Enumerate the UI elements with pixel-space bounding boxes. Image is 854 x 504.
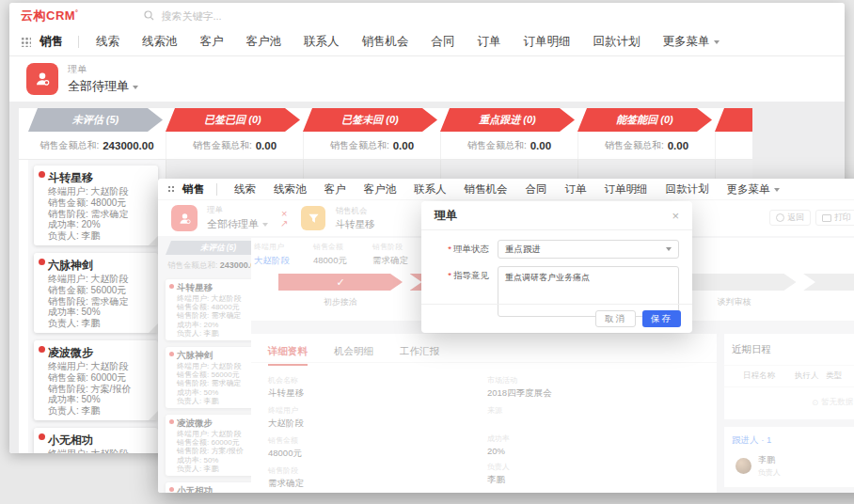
card-field: 成功率: 50%	[48, 307, 152, 318]
amount-label: 销售金额总和:	[605, 139, 664, 152]
nav-item[interactable]: 合同	[526, 182, 547, 197]
nav-item[interactable]: 订单明细	[605, 182, 648, 197]
nav-item[interactable]: 线索	[96, 34, 119, 50]
card-field: 负责人: 李鹏	[48, 230, 152, 242]
card-field: 成功率: 50%	[48, 394, 152, 405]
chevron-down-icon	[774, 188, 780, 192]
opportunity-card[interactable]: 小无相功终端用户: 大赵阶段销售金额: 48000元	[34, 428, 158, 453]
amount-value: 0.00	[256, 140, 277, 151]
chevron-down-icon	[714, 40, 720, 44]
app-header: 云构CRM°	[9, 3, 845, 28]
kanban-tab[interactable]: 重点跟进 (0)	[440, 108, 575, 132]
kanban-tab[interactable]: 已签未回 (0)	[303, 108, 437, 132]
opportunity-card[interactable]: 六脉神剑终端用户: 大赵阶段销售金额: 56000元销售阶段: 需求确定成功率:…	[34, 253, 158, 333]
nav-item[interactable]: 线索	[234, 182, 256, 197]
kanban-amounts: 销售金额总和:243000.00销售金额总和:0.00销售金额总和:0.00销售…	[19, 132, 752, 160]
amount-cell: 销售金额总和:0.00	[577, 132, 715, 159]
opportunity-card[interactable]: 凌波微步终端用户: 大赵阶段销售金额: 60000元销售阶段: 方案/报价成功率…	[34, 340, 158, 420]
card-field: 负责人: 李鹏	[48, 318, 152, 329]
kanban-tab[interactable]	[715, 108, 752, 132]
status-field-row: 理单状态 重点跟进	[421, 240, 679, 259]
status-control: 重点跟进	[498, 240, 679, 259]
amount-label: 销售金额总和:	[40, 139, 99, 152]
lidan-modal: 理单 × 理单状态 重点跟进 指导意见 重点调研客户业务痛点 取消 保存	[421, 201, 692, 333]
amount-value: 0.00	[393, 140, 414, 151]
nav-item-more[interactable]: 更多菜单	[663, 34, 720, 50]
nav-item[interactable]: 联系人	[304, 34, 340, 50]
card-field: 销售阶段: 需求确定	[48, 209, 152, 220]
nav-item[interactable]: 销售机会	[362, 34, 409, 50]
cancel-button[interactable]: 取消	[595, 310, 636, 327]
nav-item[interactable]: 订单	[565, 182, 587, 197]
amount-label: 销售金额总和:	[330, 139, 389, 152]
search-icon	[144, 10, 154, 21]
status-dot-icon	[39, 171, 45, 178]
amount-value: 0.00	[530, 140, 551, 151]
nav-item[interactable]: 联系人	[414, 182, 447, 197]
kanban-tab[interactable]: 能签能回 (0)	[577, 108, 712, 132]
status-value: 重点跟进	[505, 244, 541, 256]
global-search	[144, 9, 285, 23]
card-field: 终端用户: 大赵阶段	[48, 361, 152, 372]
modal-title: 理单	[435, 208, 457, 224]
chevron-down-icon	[666, 247, 672, 251]
modal-footer: 取消 保存	[421, 304, 692, 333]
amount-value: 243000.00	[103, 140, 153, 151]
nav-items: 线索线索池客户客户池联系人销售机会合同订单订单明细回款计划更多菜单	[96, 34, 742, 50]
apps-grid-icon[interactable]	[21, 37, 31, 47]
amount-cell: 销售金额总和:0.00	[303, 132, 440, 159]
nav-item-more[interactable]: 更多菜单	[727, 182, 780, 197]
status-dot-icon	[39, 346, 45, 353]
search-input[interactable]	[159, 9, 285, 23]
save-button[interactable]: 保存	[642, 310, 681, 327]
kanban-column-unevaluated: 斗转星移终端用户: 大赵阶段销售金额: 48000元销售阶段: 需求确定成功率:…	[28, 160, 166, 453]
filter-dropdown[interactable]: 全部待理单	[68, 78, 138, 95]
card-field: 终端用户: 大赵阶段	[48, 449, 152, 453]
nav-item[interactable]: 销售机会	[465, 182, 508, 197]
close-icon[interactable]: ×	[672, 209, 679, 223]
nav-item-active[interactable]: 销售	[182, 182, 204, 197]
modal-header: 理单 ×	[421, 201, 692, 230]
nav-item[interactable]: 客户	[324, 182, 346, 197]
nav-item-active[interactable]: 销售	[40, 34, 63, 50]
status-dot-icon	[39, 433, 45, 440]
nav-item[interactable]: 客户池	[246, 34, 282, 50]
nav-item[interactable]: 回款计划	[666, 182, 709, 197]
nav-item[interactable]: 线索池	[274, 182, 307, 197]
person-icon	[34, 71, 51, 87]
card-field: 终端用户: 大赵阶段	[48, 274, 152, 285]
card-field: 销售阶段: 需求确定	[48, 296, 152, 307]
nav-item[interactable]: 线索池	[142, 34, 178, 50]
status-label: 理单状态	[421, 240, 489, 259]
nav-item[interactable]: 回款计划	[593, 34, 640, 50]
nav-item[interactable]: 客户	[200, 34, 224, 50]
amount-value: 0.00	[668, 140, 688, 151]
module-subheader: 理单 全部待理单	[9, 56, 845, 102]
card-field: 销售金额: 56000元	[48, 285, 152, 296]
nav-item[interactable]: 客户池	[364, 182, 397, 197]
card-field: 销售阶段: 方案/报价	[48, 384, 152, 395]
card-title: 凌波微步	[48, 346, 152, 359]
amount-label: 销售金额总和:	[467, 139, 527, 152]
nav-divider	[216, 183, 217, 196]
app-logo: 云构CRM°	[21, 8, 78, 24]
opportunity-card[interactable]: 斗转星移终端用户: 大赵阶段销售金额: 48000元销售阶段: 需求确定成功率:…	[34, 165, 158, 245]
amount-label: 销售金额总和:	[193, 139, 252, 152]
kanban-tab[interactable]: 已签已回 (0)	[166, 108, 300, 132]
front-window: 销售 线索线索池客户客户池联系人销售机会合同订单订单明细回款计划更多菜单 理单 …	[158, 179, 854, 493]
nav-item[interactable]: 订单明细	[524, 34, 571, 50]
kanban-tab[interactable]: 未评估 (5)	[28, 108, 163, 132]
kanban-tabs: 未评估 (5)已签已回 (0)已签未回 (0)重点跟进 (0)能签能回 (0)	[19, 108, 752, 132]
chevron-down-icon	[133, 86, 138, 89]
card-field: 成功率: 20%	[48, 219, 152, 230]
nav-item[interactable]: 合同	[432, 34, 455, 50]
card-field: 负责人: 李鹏	[48, 405, 152, 417]
module-meta: 理单 全部待理单	[68, 63, 138, 95]
card-title: 小无相功	[48, 433, 152, 447]
apps-grid-icon[interactable]	[167, 185, 176, 194]
nav-item[interactable]: 订单	[478, 34, 501, 50]
card-field: 销售金额: 60000元	[48, 372, 152, 384]
status-dot-icon	[39, 259, 45, 265]
status-select[interactable]: 重点跟进	[498, 240, 679, 259]
amount-cell: 销售金额总和:0.00	[166, 132, 303, 159]
